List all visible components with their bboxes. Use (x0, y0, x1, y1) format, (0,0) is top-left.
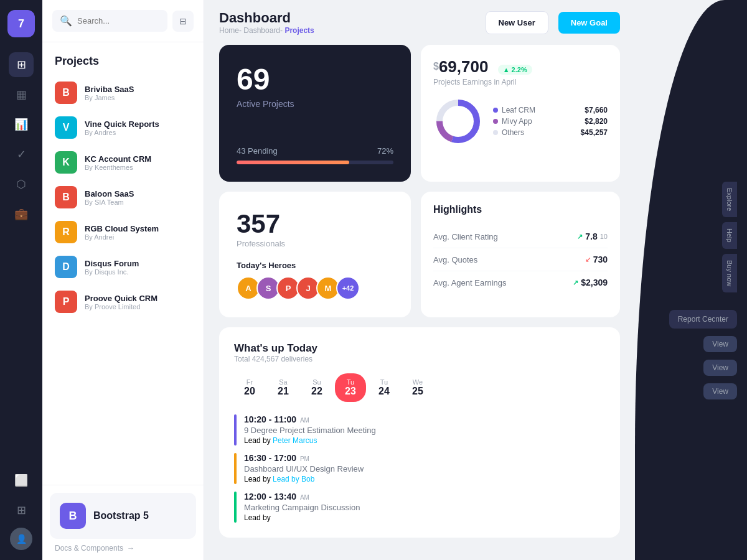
day-name: Tu (376, 378, 392, 386)
sidebar-search-area: 🔍 ⊟ (42, 0, 204, 42)
sidebar-item-project[interactable]: P Proove Quick CRM By Proove Limited (50, 284, 196, 319)
explore-tab[interactable]: Explore (722, 182, 737, 217)
dollar-sign: $ (433, 61, 439, 72)
event-lead: Lead by (244, 513, 360, 522)
new-user-button[interactable]: New User (486, 11, 548, 34)
project-author: By Andrei (85, 233, 159, 241)
new-goal-button[interactable]: New Goal (558, 12, 620, 34)
legend: Leaf CRM $7,660 Mivy App $2,820 Others $… (493, 106, 608, 137)
legend-dot (493, 119, 498, 124)
search-box[interactable]: 🔍 (52, 10, 167, 32)
calendar-day[interactable]: We 25 (402, 373, 433, 402)
legend-label: Others (502, 128, 524, 137)
event-name: Marketing Campaign Discussion (244, 503, 360, 512)
nav-icon-grid2[interactable]: ⊞ (9, 498, 34, 523)
sidebar-item-project[interactable]: R RGB Cloud System By Andrei (50, 215, 196, 250)
day-num: 21 (275, 386, 291, 397)
event-item: 10:20 - 11:00 AM 9 Degree Project Estima… (234, 414, 605, 446)
event-item: 12:00 - 13:40 AM Marketing Campaign Disc… (234, 492, 605, 523)
row-3: What's up Today Total 424,567 deliveries… (219, 327, 620, 538)
highlight-value: ↙ 730 (585, 254, 608, 264)
project-info: Disqus Forum By Disqus Inc. (85, 259, 139, 276)
sidebar-bottom: B Bootstrap 5 Docs & Components → (42, 485, 204, 560)
user-number-badge[interactable]: 7 (7, 10, 35, 37)
project-info: KC Account CRM By Keenthemes (85, 154, 151, 171)
highlight-label: Avg. Agent Earnings (433, 278, 507, 287)
topbar: Dashboard Home- Dashboard- Projects New … (204, 0, 635, 45)
search-input[interactable] (77, 16, 160, 26)
highlight-label: Avg. Client Rating (433, 232, 498, 241)
project-list: B Briviba SaaS By James V Vine Quick Rep… (42, 75, 204, 485)
breadcrumb: Home- Dashboard- Projects (219, 26, 476, 35)
docs-link[interactable]: Docs & Components → (50, 539, 196, 553)
day-name: Sa (275, 378, 291, 386)
project-icon: R (55, 221, 77, 243)
sidebar-item-project[interactable]: B Briviba SaaS By James (50, 75, 196, 110)
legend-dot (493, 108, 498, 113)
sidebar-item-project[interactable]: D Disqus Forum By Disqus Inc. (50, 250, 196, 284)
sidebar-item-project[interactable]: V Vine Quick Reports By Andres (50, 110, 196, 145)
legend-value: $45,257 (581, 128, 608, 137)
day-num: 25 (410, 386, 426, 397)
project-icon: P (55, 291, 77, 313)
user-avatar[interactable]: 👤 (10, 528, 32, 550)
lead-link[interactable]: Lead by Bob (273, 475, 314, 483)
project-info: Proove Quick CRM By Proove Limited (85, 294, 157, 310)
buy-tab[interactable]: Buy now (722, 254, 737, 292)
nav-icon-briefcase[interactable]: 💼 (9, 202, 34, 226)
project-author: By James (85, 94, 134, 101)
pending-row: 43 Pending 72% (237, 146, 393, 156)
sidebar-item-project[interactable]: K KC Account CRM By Keenthemes (50, 145, 196, 180)
calendar-day[interactable]: Fr 20 (234, 373, 265, 402)
view-button-2[interactable]: View (703, 360, 737, 376)
sidebar-item-project[interactable]: B Baloon SaaS By SIA Team (50, 180, 196, 215)
sidebar: 🔍 ⊟ Projects B Briviba SaaS By James V V… (42, 0, 204, 560)
nav-icon-chart[interactable]: 📊 (9, 112, 34, 137)
calendar-day[interactable]: Sa 21 (268, 373, 299, 402)
nav-icon-check[interactable]: ✓ (9, 142, 34, 167)
calendar-days: Fr 20 Sa 21 Su 22 Tu 23 Tu 24 We 25 (234, 373, 605, 402)
nav-icon-dashboard[interactable]: ⊞ (9, 52, 34, 77)
filter-button[interactable]: ⊟ (172, 11, 194, 32)
earnings-badge: ▲ 2.2% (498, 65, 532, 75)
legend-value: $2,820 (585, 117, 608, 126)
lead-link[interactable]: Peter Marcus (273, 436, 317, 445)
view-button-3[interactable]: View (703, 383, 737, 399)
page-title: Dashboard (219, 10, 476, 26)
project-name: KC Account CRM (85, 154, 151, 164)
highlight-row: Avg. Quotes ↙ 730 (433, 248, 608, 271)
ampm: AM (300, 417, 309, 424)
project-info: Baloon SaaS By SIA Team (85, 189, 134, 206)
calendar-day[interactable]: Tu 24 (369, 373, 400, 402)
project-name: Vine Quick Reports (85, 119, 159, 129)
calendar-day[interactable]: Su 22 (301, 373, 332, 402)
day-num: 23 (342, 386, 359, 397)
active-count: 69 (237, 62, 393, 96)
report-center-button[interactable]: Report Cecnter (669, 310, 737, 329)
active-label: Active Projects (237, 99, 393, 109)
calendar-day[interactable]: Tu 23 (335, 373, 366, 402)
project-info: Briviba SaaS By James (85, 85, 134, 101)
project-info: Vine Quick Reports By Andres (85, 119, 159, 136)
nav-icon-grid[interactable]: ▦ (9, 82, 34, 107)
view-button-1[interactable]: View (703, 336, 737, 352)
content-area: 69 Active Projects 43 Pending 72% $69,70… (204, 45, 635, 560)
project-author: By Andres (85, 129, 159, 136)
pending-text: 43 Pending (237, 146, 278, 156)
nav-icon-monitor[interactable]: ⬜ (9, 468, 34, 493)
earnings-amount: $69,700 (433, 57, 493, 76)
help-tab[interactable]: Help (722, 222, 737, 249)
highlights-title: Highlights (433, 204, 608, 215)
nav-icon-layers[interactable]: ⬡ (9, 172, 34, 197)
project-icon: K (55, 151, 77, 174)
prof-label: Professionals (237, 239, 393, 248)
professionals-card: 357 Professionals Today's Heroes ASPJM+4… (219, 192, 411, 317)
legend-label: Leaf CRM (502, 106, 535, 114)
event-details: 16:30 - 17:00 PM Dashboard UI/UX Design … (244, 453, 364, 483)
event-lead: Lead by Lead by Bob (244, 475, 364, 483)
project-author: By SIA Team (85, 198, 134, 206)
heroes-label: Today's Heroes (237, 261, 393, 270)
event-time: 12:00 - 13:40 AM (244, 492, 360, 502)
avatars-row: ASPJM+42 (237, 276, 393, 300)
ampm: PM (300, 455, 309, 462)
